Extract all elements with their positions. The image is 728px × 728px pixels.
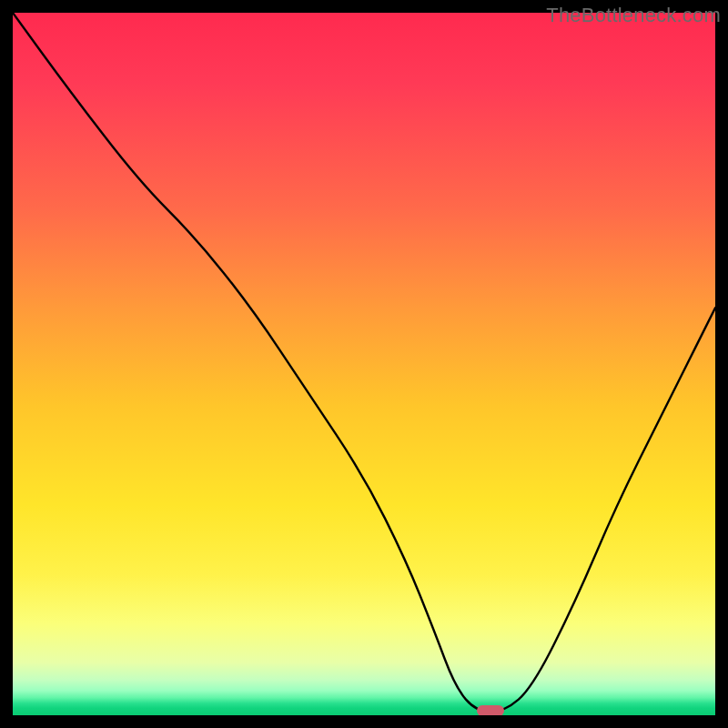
plot-area [13, 13, 715, 715]
bottleneck-curve [13, 13, 715, 715]
optimal-point-marker [477, 705, 504, 715]
watermark-label: TheBottleneck.com [546, 4, 721, 27]
chart-frame: TheBottleneck.com [0, 0, 728, 728]
